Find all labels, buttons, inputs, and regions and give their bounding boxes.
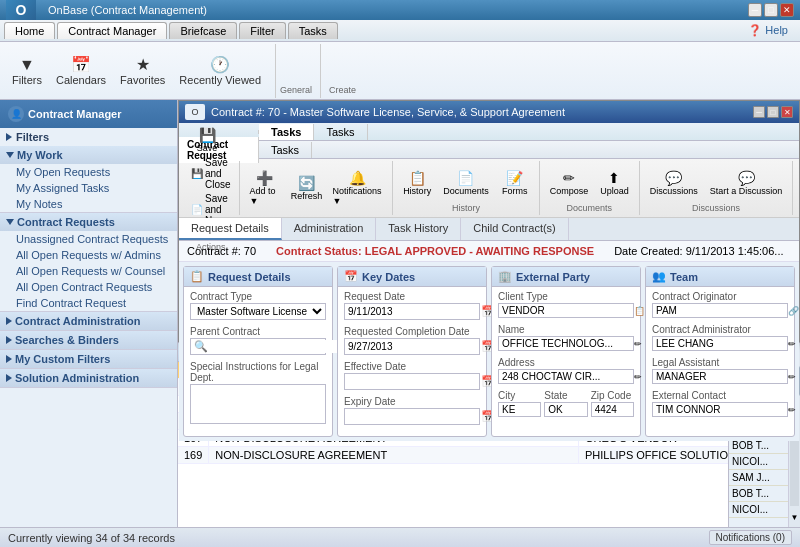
state-input[interactable] (544, 402, 587, 417)
right-panel-item[interactable]: BOB T... (729, 486, 788, 502)
legal-link-icon[interactable]: 🔗 (798, 371, 799, 383)
documents-icon: 📄 (457, 170, 474, 186)
modal-close-button[interactable]: ✕ (781, 106, 793, 118)
company-name-input[interactable] (499, 337, 632, 350)
contract-administrator-input[interactable] (653, 337, 786, 350)
address-input[interactable] (499, 370, 632, 383)
calendars-button[interactable]: 📅 Calendars (50, 54, 112, 87)
expiry-date-input-wrapper: 📅 (344, 408, 480, 425)
address-input-wrapper: ✏ 🔗 (498, 369, 634, 384)
tab-task-history[interactable]: Task History (376, 218, 461, 240)
parent-contract-input[interactable] (211, 340, 344, 353)
tab-child-contracts[interactable]: Child Contract(s) (461, 218, 569, 240)
searches-header[interactable]: Searches & Binders (0, 331, 177, 349)
contract-type-field: Contract Type Master Software License, S… (190, 291, 326, 320)
create-label: Create (325, 85, 360, 97)
sidebar-item-open-counsel[interactable]: All Open Requests w/ Counsel (0, 263, 177, 279)
external-link-icon[interactable]: 🔗 (798, 404, 799, 416)
history-button[interactable]: 📋 History (399, 168, 435, 198)
compose-button[interactable]: ✏ Compose (546, 168, 593, 198)
close-button[interactable]: ✕ (780, 3, 794, 17)
maximize-button[interactable]: □ (764, 3, 778, 17)
tab-filter[interactable]: Filter (239, 22, 285, 39)
legal-assistant-input[interactable] (653, 370, 786, 383)
start-discussion-button[interactable]: 💬 Start a Discussion (706, 168, 787, 198)
tab-contract-manager[interactable]: Contract Manager (57, 22, 167, 39)
expiry-date-input[interactable] (345, 410, 478, 423)
external-contact-input[interactable] (653, 403, 786, 416)
right-panel-item[interactable]: NICOI... (729, 502, 788, 518)
modal-maximize-button[interactable]: □ (767, 106, 779, 118)
mywork-section-header[interactable]: My Work (0, 146, 177, 164)
zip-input[interactable] (591, 402, 634, 417)
title-bar: O OnBase (Contract Management) ─ □ ✕ (0, 0, 800, 20)
contract-administrator-label: Contract Administrator (652, 324, 788, 335)
contract-originator-input[interactable] (653, 304, 786, 317)
special-instructions-textarea[interactable] (190, 384, 326, 424)
recently-viewed-button[interactable]: 🕐 Recently Viewed (173, 54, 267, 87)
admin-link-icon[interactable]: 🔗 (798, 338, 799, 350)
requested-completion-input[interactable] (345, 340, 478, 353)
save-close-button[interactable]: 💾 Save and Close (189, 156, 233, 191)
search-icon[interactable]: 🔍 (191, 339, 211, 354)
sidebar-item-find[interactable]: Find Contract Request (0, 295, 177, 311)
upload-button[interactable]: ⬆ Upload (596, 168, 633, 198)
solution-admin-header[interactable]: Solution Administration (0, 369, 177, 387)
save-button[interactable]: 💾 Save (189, 125, 225, 155)
panel-key-dates-body: Request Date 📅 Requested Completion Date (338, 287, 486, 435)
custom-filters-header[interactable]: My Custom Filters (0, 350, 177, 368)
sidebar-item-notes[interactable]: My Notes (0, 196, 177, 212)
tab-request-details[interactable]: Request Details (179, 218, 282, 240)
discussions-button[interactable]: 💬 Discussions (646, 168, 702, 198)
modal-tab-tasks1[interactable]: Tasks (259, 124, 314, 140)
tab-tasks[interactable]: Tasks (288, 22, 338, 39)
contract-admin-header[interactable]: Contract Administration (0, 312, 177, 330)
effective-date-field: Effective Date 📅 (344, 361, 480, 390)
sidebar-item-open-admins[interactable]: All Open Requests w/ Admins (0, 247, 177, 263)
minimize-button[interactable]: ─ (748, 3, 762, 17)
client-type-input[interactable] (499, 304, 632, 317)
admin-edit-icon[interactable]: ✏ (786, 338, 798, 350)
table-row[interactable]: 169 NON-DISCLOSURE AGREEMENT PHILLIPS OF… (178, 447, 728, 464)
forms-button[interactable]: 📝 Forms (497, 168, 533, 198)
forms-icon: 📝 (506, 170, 523, 186)
company-name-edit-icon[interactable]: ✏ (632, 338, 644, 350)
modal-minimize-button[interactable]: ─ (753, 106, 765, 118)
notifications-icon: 🔔 (349, 170, 366, 186)
notifications-button[interactable]: 🔔 Notifications ▼ (328, 168, 386, 208)
modal-tab-tasks3[interactable]: Tasks (259, 142, 312, 158)
sidebar-item-all-open[interactable]: All Open Contract Requests (0, 279, 177, 295)
legal-edit-icon[interactable]: ✏ (786, 371, 798, 383)
right-panel-item[interactable]: SAM J... (729, 470, 788, 486)
notification-badge[interactable]: Notifications (0) (709, 530, 792, 545)
right-panel-item[interactable]: NICOI... (729, 454, 788, 470)
filter-button[interactable]: ▼ Filters (6, 55, 48, 87)
documents-button[interactable]: 📄 Documents (439, 168, 493, 198)
tab-briefcase[interactable]: Briefcase (169, 22, 237, 39)
contract-type-select[interactable]: Master Software License, Serv... (190, 303, 326, 320)
city-input[interactable] (498, 402, 541, 417)
tab-administration[interactable]: Administration (282, 218, 377, 240)
address-edit-icon[interactable]: ✏ (632, 371, 644, 383)
contract-originator-wrapper: 🔗 (652, 303, 788, 318)
request-date-input[interactable] (345, 305, 478, 318)
sidebar-item-assigned-tasks[interactable]: My Assigned Tasks (0, 180, 177, 196)
start-discussion-label: Start a Discussion (710, 186, 783, 196)
sidebar-item-unassigned[interactable]: Unassigned Contract Requests (0, 231, 177, 247)
help-link[interactable]: ❓ Help (340, 24, 796, 37)
modal-ribbon: 💾 Save 💾 Save and Close 📄 Save (179, 159, 799, 218)
refresh-button[interactable]: 🔄 Refresh (288, 173, 324, 203)
row-contract: NON-DISCLOSURE AGREEMENT (209, 447, 579, 464)
panel-team-title: Team (670, 271, 698, 283)
scroll-down-button[interactable]: ▼ (789, 507, 800, 527)
external-edit-icon[interactable]: ✏ (786, 404, 798, 416)
effective-date-input[interactable] (345, 375, 478, 388)
favorites-button[interactable]: ★ Favorites (114, 54, 171, 87)
originator-link-icon[interactable]: 🔗 (786, 305, 799, 317)
add-to-button[interactable]: ➕ Add to ▼ (246, 168, 285, 208)
contract-originator-field: Contract Originator 🔗 (652, 291, 788, 318)
sidebar-item-open-requests[interactable]: My Open Requests (0, 164, 177, 180)
contract-requests-header[interactable]: Contract Requests (0, 213, 177, 231)
tab-home[interactable]: Home (4, 22, 55, 39)
modal-tab-tasks2[interactable]: Tasks (314, 124, 367, 140)
